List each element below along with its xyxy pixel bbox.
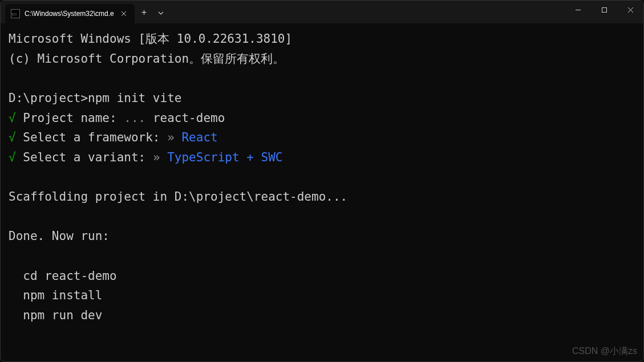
svg-text:C:\: C:\ [12, 12, 17, 17]
check-icon: √ [9, 151, 16, 164]
separator-arrow: » [145, 151, 167, 164]
run-command-install: npm install [9, 288, 102, 302]
separator-dots: ... [117, 111, 153, 125]
copyright-line: (c) Microsoft Corporation。保留所有权利。 [9, 52, 285, 66]
command-prompt-line: D:\project>npm init vite [9, 91, 181, 105]
terminal-tab[interactable]: C:\ C:\Windows\System32\cmd.e [5, 4, 135, 23]
minimize-button[interactable] [565, 1, 591, 19]
scaffold-line: Scaffolding project in D:\project\react-… [9, 190, 347, 204]
tab-close-button[interactable] [119, 8, 129, 19]
svg-rect-4 [602, 7, 606, 12]
cmd-icon: C:\ [11, 9, 20, 18]
run-command-cd: cd react-demo [9, 269, 117, 283]
terminal-output[interactable]: Microsoft Windows [版本 10.0.22631.3810] (… [1, 23, 643, 331]
watermark-text: CSDN @小满zs [572, 345, 637, 357]
framework-value: React [181, 131, 217, 144]
windows-version-line: Microsoft Windows [版本 10.0.22631.3810] [9, 32, 292, 46]
tab-dropdown-button[interactable] [153, 10, 168, 17]
tabs-section: C:\ C:\Windows\System32\cmd.e + [1, 1, 168, 23]
separator-arrow: » [160, 131, 182, 144]
project-name-label: Project name: [16, 111, 117, 125]
variant-value: TypeScript + SWC [167, 151, 282, 164]
close-button[interactable] [617, 1, 643, 19]
maximize-button[interactable] [591, 1, 617, 19]
framework-label: Select a framework: [16, 131, 160, 144]
check-icon: √ [9, 131, 16, 144]
variant-label: Select a variant: [16, 151, 146, 164]
window-controls [565, 1, 643, 23]
check-icon: √ [9, 111, 16, 125]
done-line: Done. Now run: [9, 229, 110, 243]
tab-title: C:\Windows\System32\cmd.e [25, 10, 114, 18]
new-tab-button[interactable]: + [135, 8, 154, 18]
run-command-dev: npm run dev [9, 308, 102, 322]
project-name-value: react-demo [153, 111, 225, 125]
window-titlebar: C:\ C:\Windows\System32\cmd.e + [1, 1, 643, 23]
